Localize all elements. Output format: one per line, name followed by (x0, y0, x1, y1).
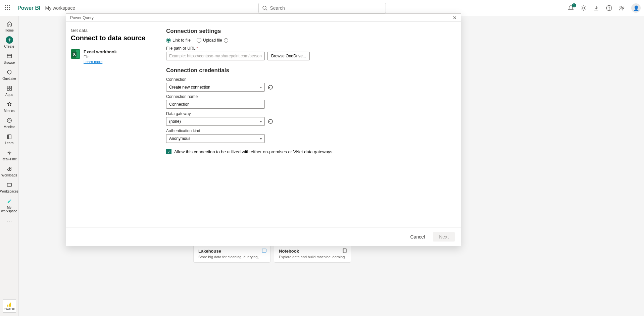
chevron-down-icon: ▾ (260, 120, 262, 123)
nav-create[interactable]: Create (0, 34, 19, 50)
nav-metrics[interactable]: Metrics (0, 99, 19, 115)
auth-kind-select[interactable]: Anonymous ▾ (166, 134, 265, 143)
notifications-icon[interactable]: 1 (567, 5, 574, 11)
search-box[interactable] (258, 3, 386, 13)
svg-rect-9 (7, 54, 11, 58)
allow-gateway-checkbox-row[interactable]: ✓ Allow this connection to be utilized w… (166, 149, 455, 154)
svg-point-2 (583, 7, 585, 9)
nav-home[interactable]: Home (0, 18, 19, 34)
radio-selected-icon (166, 38, 171, 43)
gateway-label: Data gateway (166, 111, 455, 116)
power-query-dialog: Power Query ✕ Get data Connect to data s… (66, 13, 461, 246)
workloads-icon (6, 165, 13, 172)
svg-rect-25 (10, 303, 11, 307)
link-mode-radio-group: Link to file Upload file i (166, 38, 455, 43)
dialog-right-panel: Connection settings Link to file Upload … (160, 22, 461, 227)
file-path-input[interactable] (166, 52, 265, 60)
learn-icon (6, 133, 13, 140)
app-launcher-icon[interactable] (5, 5, 11, 11)
powerbi-icon (7, 302, 12, 307)
nav-browse[interactable]: Browse (0, 50, 19, 66)
info-icon[interactable]: i (224, 38, 228, 43)
create-icon (6, 36, 13, 44)
nav-workspaces[interactable]: Workspaces (0, 179, 19, 195)
nav-my-workspace[interactable]: 🧪 My workspace (0, 195, 19, 215)
svg-point-19 (9, 167, 11, 169)
close-icon[interactable]: ✕ (453, 15, 457, 20)
download-icon[interactable] (593, 5, 600, 11)
radio-unselected-icon (197, 38, 201, 43)
learn-more-link[interactable]: Learn more (84, 60, 117, 64)
dialog-title: Power Query (70, 15, 94, 20)
svg-point-5 (620, 6, 622, 8)
svg-rect-23 (7, 305, 8, 307)
source-type: File (84, 55, 117, 59)
svg-rect-26 (262, 249, 266, 252)
connection-settings-heading: Connection settings (166, 28, 455, 35)
nav-learn[interactable]: Learn (0, 131, 19, 147)
svg-point-18 (7, 169, 9, 170)
radio-link-to-file[interactable]: Link to file (166, 38, 191, 43)
account-manager-icon[interactable] (618, 5, 625, 11)
refresh-icon[interactable] (267, 118, 274, 124)
next-button[interactable]: Next (433, 232, 455, 242)
svg-point-4 (609, 9, 609, 10)
dialog-footer: Cancel Next (66, 227, 461, 246)
topbar-right: 1 👤 (567, 3, 641, 13)
dialog-left-panel: Get data Connect to data source Excel wo… (66, 22, 160, 227)
nav-bottom: Power BI (0, 297, 18, 313)
svg-rect-24 (9, 304, 10, 307)
connection-label: Connection (166, 77, 455, 82)
settings-icon[interactable] (580, 5, 587, 11)
search-input[interactable] (270, 5, 382, 11)
svg-rect-13 (7, 89, 9, 90)
nav-workloads[interactable]: Workloads (0, 163, 19, 179)
my-workspace-icon: 🧪 (6, 197, 13, 205)
powerbi-tile[interactable]: Power BI (3, 299, 16, 313)
workspace-breadcrumb[interactable]: My workspace (45, 5, 75, 11)
chevron-down-icon: ▾ (260, 86, 262, 89)
svg-rect-16 (7, 135, 11, 139)
bg-card-lakehouse[interactable]: Lakehouse Store big data for cleaning, q… (193, 245, 270, 263)
svg-rect-14 (9, 89, 11, 90)
nav-monitor[interactable]: Monitor (0, 115, 19, 131)
auth-kind-label: Authentication kind (166, 128, 455, 133)
svg-point-0 (263, 6, 266, 9)
gateway-select[interactable]: (none) ▾ (166, 117, 265, 126)
connection-name-label: Connection name (166, 94, 455, 99)
apps-icon (6, 85, 13, 92)
excel-icon (71, 49, 80, 59)
realtime-icon (6, 149, 13, 156)
connection-credentials-heading: Connection credentials (166, 67, 455, 74)
monitor-icon (6, 117, 13, 124)
file-path-label: File path or URL * (166, 46, 455, 51)
brand-label[interactable]: Power BI (17, 5, 40, 11)
nav-more[interactable]: ⋯ (7, 215, 12, 227)
svg-point-6 (623, 7, 624, 8)
nav-apps[interactable]: Apps (0, 83, 19, 99)
nav-realtime[interactable]: Real-Time (0, 147, 19, 163)
cancel-button[interactable]: Cancel (406, 232, 429, 242)
refresh-icon[interactable] (267, 84, 274, 90)
avatar[interactable]: 👤 (631, 3, 641, 13)
svg-point-20 (9, 169, 11, 170)
connection-name-input[interactable] (166, 100, 265, 109)
bg-card-notebook[interactable]: Notebook Explore data and build machine … (274, 245, 351, 263)
home-icon (6, 20, 13, 28)
metrics-icon (6, 101, 13, 108)
browse-icon (6, 52, 13, 60)
dialog-titlebar: Power Query ✕ (66, 14, 461, 22)
help-icon[interactable] (606, 5, 612, 11)
svg-rect-12 (9, 86, 11, 88)
nav-onelake[interactable]: OneLake (0, 66, 19, 83)
browse-onedrive-button[interactable]: Browse OneDrive... (267, 52, 310, 60)
onelake-icon (6, 68, 13, 76)
workspaces-icon (6, 181, 13, 189)
data-source-item: Excel workbook File Learn more (71, 49, 155, 64)
breadcrumb: Get data (71, 28, 155, 33)
dialog-heading: Connect to data source (71, 34, 155, 42)
svg-rect-21 (7, 183, 11, 187)
radio-upload-file[interactable]: Upload file i (197, 38, 228, 43)
svg-point-15 (7, 118, 11, 123)
connection-select[interactable]: Create new connection ▾ (166, 83, 265, 92)
